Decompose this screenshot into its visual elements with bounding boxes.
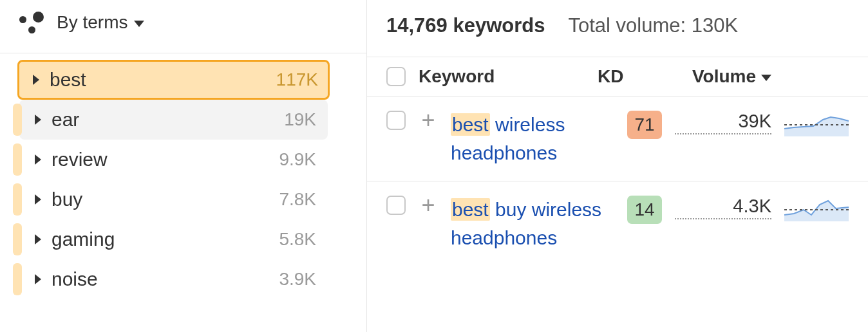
term-tab-indicator: [13, 143, 22, 176]
column-volume[interactable]: Volume: [662, 66, 771, 87]
select-all-checkbox[interactable]: [386, 67, 406, 86]
column-kd[interactable]: KD: [598, 66, 649, 87]
term-label: best: [50, 69, 266, 91]
chevron-right-icon: [33, 75, 39, 85]
term-row[interactable]: buy7.8K: [19, 180, 328, 219]
term-count: 5.8K: [279, 229, 316, 250]
keyword-row: +best buy wireless headphones144.3K: [367, 181, 868, 266]
chevron-right-icon: [35, 234, 41, 244]
row-checkbox[interactable]: [386, 196, 406, 215]
kd-badge: 14: [627, 196, 662, 224]
term-label: gaming: [52, 228, 269, 250]
term-row[interactable]: review9.9K: [19, 140, 328, 180]
term-row[interactable]: noise3.9K: [19, 259, 328, 299]
kd-badge: 71: [627, 111, 662, 139]
term-tab-indicator: [13, 223, 22, 255]
row-checkbox[interactable]: [386, 111, 406, 130]
total-volume: Total volume: 130K: [568, 14, 738, 37]
column-keyword[interactable]: Keyword: [419, 66, 585, 87]
add-keyword-button[interactable]: +: [419, 196, 438, 215]
term-count: 3.9K: [279, 269, 316, 290]
term-label: ear: [52, 109, 274, 131]
keyword-link[interactable]: best wireless headphones: [451, 111, 614, 167]
term-row[interactable]: gaming5.8K: [19, 219, 328, 259]
chevron-down-icon: [134, 21, 144, 27]
table-body: +best wireless headphones7139K+best buy …: [367, 97, 868, 266]
chevron-right-icon: [35, 154, 41, 165]
main-panel: 14,769 keywords Total volume: 130K Keywo…: [367, 0, 868, 332]
trend-sparkline: [784, 196, 849, 221]
volume-value: 4.3K: [675, 196, 771, 219]
chevron-right-icon: [35, 274, 41, 284]
trend-sparkline: [784, 111, 849, 136]
keyword-row: +best wireless headphones7139K: [367, 97, 868, 181]
term-tab-indicator: [13, 104, 22, 136]
term-count: 7.8K: [279, 189, 316, 210]
term-tab-indicator: [13, 183, 22, 216]
column-volume-label: Volume: [692, 66, 756, 87]
term-count: 19K: [284, 109, 316, 130]
highlight: best: [451, 113, 490, 136]
grouping-label: By terms: [57, 12, 127, 33]
terms-list: best117Kear19Kreview9.9Kbuy7.8Kgaming5.8…: [0, 53, 366, 299]
chevron-right-icon: [35, 115, 41, 125]
sidebar: By terms best117Kear19Kreview9.9Kbuy7.8K…: [0, 0, 367, 332]
grouping-dropdown[interactable]: By terms: [57, 12, 144, 33]
cluster-icon: [19, 12, 45, 33]
term-row[interactable]: ear19K: [19, 100, 328, 140]
highlight: best: [451, 198, 490, 221]
sort-down-icon: [761, 75, 771, 81]
results-header: 14,769 keywords Total volume: 130K: [367, 0, 868, 57]
term-tab-indicator: [13, 263, 22, 295]
term-label: noise: [52, 268, 269, 290]
add-keyword-button[interactable]: +: [419, 111, 438, 130]
term-label: buy: [52, 189, 269, 210]
chevron-right-icon: [35, 194, 41, 205]
table-header: Keyword KD Volume: [367, 57, 868, 97]
volume-value: 39K: [675, 111, 771, 134]
keyword-link[interactable]: best buy wireless headphones: [451, 196, 614, 252]
term-label: review: [52, 149, 269, 171]
keyword-count: 14,769 keywords: [386, 14, 545, 37]
term-row[interactable]: best117K: [17, 60, 330, 100]
sidebar-header: By terms: [0, 0, 366, 53]
term-count: 9.9K: [279, 149, 316, 170]
term-count: 117K: [276, 69, 318, 90]
